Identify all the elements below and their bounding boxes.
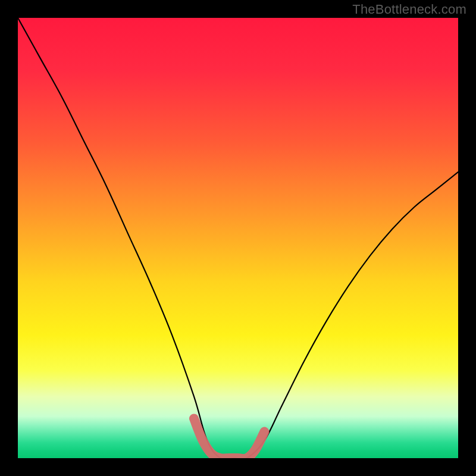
optimal-range-highlight bbox=[194, 418, 264, 458]
watermark-text: TheBottleneck.com bbox=[352, 2, 466, 17]
bottleneck-curve bbox=[18, 18, 458, 458]
chart-frame: TheBottleneck.com bbox=[0, 0, 476, 476]
plot-area bbox=[18, 18, 458, 458]
bottleneck-curve-svg bbox=[18, 18, 458, 458]
